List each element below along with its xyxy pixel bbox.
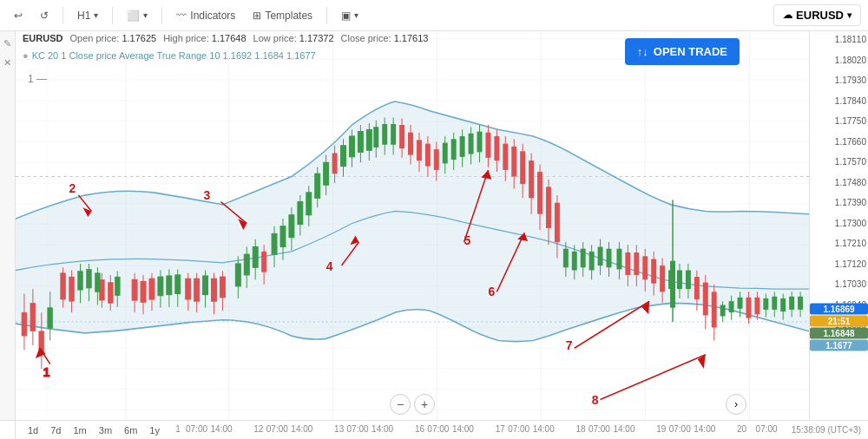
svg-rect-191: [780, 298, 786, 311]
navigate-right-button[interactable]: ›: [726, 394, 746, 415]
period-3m[interactable]: 3m: [94, 423, 117, 437]
svg-rect-147: [546, 187, 551, 228]
price-17750: 1.17750: [835, 116, 866, 126]
svg-rect-165: [625, 252, 630, 275]
period-1d[interactable]: 1d: [23, 423, 43, 437]
timeframe-button[interactable]: H1 ▾: [70, 6, 105, 25]
svg-rect-97: [349, 136, 354, 157]
left-tool-1[interactable]: ✎: [2, 38, 14, 50]
svg-rect-57: [149, 278, 155, 299]
toolbar: ↩ ↺ H1 ▾ ⬜ ▾ 〰 Indicators ⊞ Templates ▣ …: [0, 0, 868, 31]
svg-line-230: [601, 355, 706, 400]
left-tool-2[interactable]: ✕: [2, 57, 14, 69]
svg-rect-131: [477, 132, 483, 153]
svg-rect-181: [720, 305, 726, 316]
period-1y[interactable]: 1y: [144, 423, 165, 437]
svg-rect-185: [738, 298, 743, 309]
svg-rect-63: [212, 278, 217, 301]
chart-layout-button[interactable]: ▣ ▾: [334, 6, 365, 25]
svg-rect-173: [660, 265, 665, 292]
indicators-icon: 〰: [176, 10, 187, 22]
time-label-0700-5: 07:00: [508, 424, 529, 434]
open-trade-label: OPEN TRADE: [654, 45, 727, 58]
svg-rect-53: [132, 279, 137, 300]
left-panel: ✎ ✕: [0, 31, 16, 439]
time-label-18: 18: [575, 424, 585, 434]
svg-rect-29: [22, 312, 27, 336]
svg-rect-113: [399, 125, 404, 148]
svg-rect-127: [460, 136, 465, 157]
svg-rect-95: [341, 146, 346, 167]
time-label-19: 19: [656, 424, 666, 434]
status-bar: 15:38:09 (UTC+3): [792, 425, 868, 435]
undo-button[interactable]: ↩: [7, 6, 30, 25]
svg-rect-55: [141, 281, 146, 302]
svg-rect-67: [158, 277, 163, 296]
time-label-0700-6: 07:00: [589, 424, 610, 434]
price-18020: 1.18020: [835, 55, 866, 64]
period-1m[interactable]: 1m: [69, 423, 92, 437]
time-label-1400-6: 14:00: [613, 424, 635, 434]
indicator-label: ● KC 20 1 Close price Average True Range…: [23, 50, 316, 61]
time-label-0700-7: 07:00: [669, 424, 691, 434]
price-17660: 1.17660: [835, 136, 866, 146]
svg-rect-111: [391, 124, 396, 145]
chevron-down-icon-4: ▾: [847, 10, 852, 20]
svg-rect-139: [511, 147, 516, 177]
svg-rect-145: [537, 172, 542, 214]
price-17390: 1.17390: [835, 198, 866, 207]
price-17120: 1.17120: [835, 259, 866, 268]
zoom-in-button[interactable]: +: [414, 394, 435, 415]
svg-text:1: 1: [43, 364, 50, 379]
indicators-button[interactable]: 〰 Indicators: [169, 6, 242, 25]
low-label: Low price: 1.17372: [253, 33, 334, 43]
svg-rect-207: [670, 261, 675, 308]
time-label-1400-1: 14:00: [211, 424, 233, 434]
svg-rect-189: [772, 297, 777, 310]
price-17210: 1.17210: [835, 239, 866, 248]
price-17300: 1.17300: [835, 218, 866, 227]
pair-button[interactable]: ☁ EURUSD ▾: [773, 4, 861, 26]
status-time: 15:38:09 (UTC+3): [792, 425, 861, 435]
svg-rect-73: [203, 276, 208, 295]
svg-rect-71: [175, 275, 181, 294]
time-label-17: 17: [496, 424, 505, 434]
svg-rect-169: [642, 256, 648, 279]
time-label-0700-2: 07:00: [266, 424, 288, 434]
svg-rect-79: [253, 247, 258, 268]
svg-rect-187: [763, 298, 768, 310]
toolbar-sep-3: [161, 7, 162, 24]
pair-name: EURUSD: [23, 33, 62, 43]
svg-rect-133: [485, 133, 490, 158]
svg-rect-153: [572, 252, 577, 271]
zoom-out-button[interactable]: −: [390, 394, 411, 415]
svg-rect-35: [61, 273, 66, 299]
svg-rect-115: [408, 133, 413, 155]
time-label-0700-1: 07:00: [186, 424, 207, 434]
svg-rect-109: [382, 124, 387, 145]
time-label-1: 1: [175, 424, 181, 434]
period-7d[interactable]: 7d: [45, 423, 66, 437]
indicator-visibility-icon[interactable]: ●: [23, 50, 29, 61]
open-trade-button[interactable]: ↑↓ OPEN TRADE: [625, 38, 740, 65]
svg-rect-167: [634, 252, 639, 275]
chart-area[interactable]: EURUSD Open price: 1.17625 High price: 1…: [16, 31, 809, 439]
time-label-1400-4: 14:00: [452, 424, 474, 434]
svg-text:3: 3: [204, 188, 211, 203]
timeframe-label: H1: [77, 10, 90, 22]
svg-rect-93: [324, 162, 329, 185]
period-6m[interactable]: 6m: [119, 423, 142, 437]
svg-text:4: 4: [326, 259, 333, 273]
redo-button[interactable]: ↺: [33, 6, 56, 25]
templates-button[interactable]: ⊞ Templates: [246, 6, 319, 25]
chevron-down-icon-2: ▾: [143, 10, 148, 20]
time-label-0700-4: 07:00: [427, 424, 449, 434]
candle-type-button[interactable]: ⬜ ▾: [120, 6, 155, 25]
svg-rect-149: [555, 203, 560, 242]
price-17840: 1.17840: [835, 95, 866, 105]
svg-rect-117: [417, 140, 422, 161]
svg-rect-129: [469, 134, 474, 154]
price-11110: 1.18110: [835, 35, 866, 44]
toolbar-sep-4: [326, 7, 327, 24]
cloud-icon: ☁: [783, 10, 792, 21]
